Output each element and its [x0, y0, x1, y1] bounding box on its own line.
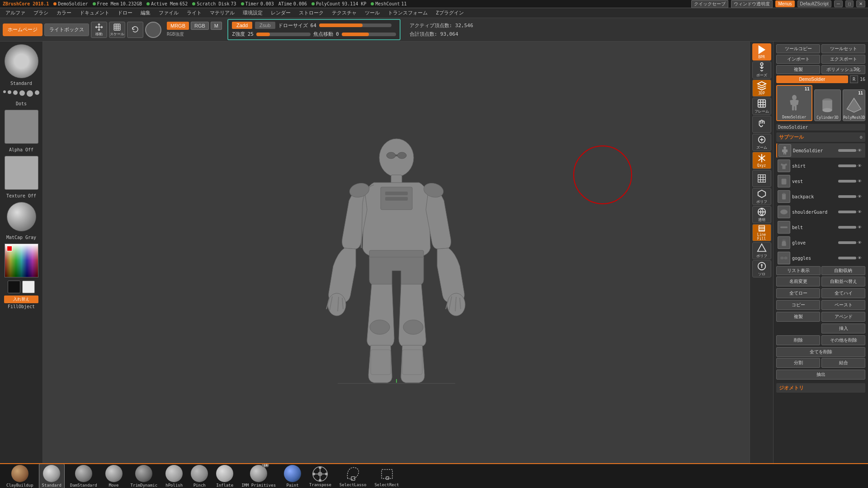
menu-color[interactable]: カラー [53, 9, 75, 17]
menus-btn[interactable]: Menus [775, 0, 794, 7]
home-button[interactable]: ホームページ [3, 23, 42, 36]
move-icon-btn[interactable]: 移動 [91, 22, 107, 38]
quick-save-btn[interactable]: クイックセーブ [691, 0, 728, 8]
shelf-selectlasso[interactable]: SelectLasso [337, 465, 369, 488]
shelf-trimdynamic[interactable]: TrimDynamic [128, 464, 160, 488]
rename-btn[interactable]: 名前変更 [776, 277, 820, 286]
shelf-claybuildup[interactable]: ClayBuildup [4, 464, 36, 488]
extract-btn[interactable]: 抽出 [776, 370, 865, 380]
linefill-btn[interactable]: Line Fill [752, 224, 771, 241]
clone-btn[interactable]: 複製 [776, 65, 820, 74]
delete-other-btn[interactable]: その他を削除 [821, 335, 865, 345]
menu-preferences[interactable]: 環境設定 [239, 9, 266, 17]
menu-edit[interactable]: 編集 [137, 9, 154, 17]
brush-preview[interactable] [5, 44, 38, 78]
menu-brush[interactable]: ブラシ [30, 9, 52, 17]
subtool-goggles[interactable]: goggles 👁 [776, 251, 865, 265]
cylinder3d-thumb[interactable]: Cylinder3D [814, 89, 841, 121]
symmetry-btn[interactable]: Qxyz [752, 152, 771, 169]
auto-save-btn[interactable]: 自動収納 [821, 266, 866, 275]
shelf-standard[interactable]: Standard [39, 464, 65, 488]
draw-size-slider[interactable] [319, 23, 392, 27]
delete-btn[interactable]: 削除 [776, 335, 820, 345]
bpr-btn[interactable]: BPR [752, 43, 771, 61]
allhigh-btn[interactable]: 全てハイ [821, 288, 865, 298]
eye-icon-vest[interactable]: 👁 [858, 179, 864, 183]
poly3d-btn[interactable]: ポリメッシュ3化 [821, 65, 865, 74]
list-view-btn[interactable]: リスト表示 [776, 266, 821, 275]
subtool-vest[interactable]: vest 👁 [776, 174, 865, 188]
swatch-white[interactable] [22, 281, 35, 293]
duplicate-btn[interactable]: 複製 [776, 312, 820, 322]
close-btn[interactable]: ✕ [856, 0, 865, 7]
menu-render[interactable]: レンダー [267, 9, 294, 17]
menu-light[interactable]: ライト [183, 9, 205, 17]
menu-tool[interactable]: ツール [361, 9, 383, 17]
orbit-btn[interactable] [145, 22, 161, 38]
r-btn[interactable]: R [850, 75, 858, 83]
subtool-glove[interactable]: glove 👁 [776, 235, 865, 250]
zsub-btn[interactable]: Zsub [255, 22, 275, 29]
menu-alpha[interactable]: アルファ [2, 9, 29, 17]
hand-btn[interactable] [752, 116, 771, 133]
color-picker[interactable] [5, 244, 38, 277]
copy-btn[interactable]: コピー [776, 300, 820, 310]
menu-draw[interactable]: ドロー [114, 9, 136, 17]
swatch-black[interactable] [8, 281, 20, 293]
menu-material[interactable]: マテリアル [206, 9, 238, 17]
pose-btn[interactable]: ポーズ [752, 61, 771, 79]
paste-btn[interactable]: ペースト [821, 300, 865, 310]
export-btn[interactable]: エクスポート [821, 55, 865, 64]
transform2-btn[interactable]: ズーム [752, 134, 771, 151]
import-btn[interactable]: インポート [776, 55, 820, 64]
menu-zplugin[interactable]: Zプラグイン [432, 9, 467, 17]
subtool-goggles-slider[interactable] [838, 257, 856, 259]
active-tool-btn[interactable]: DemoSoldier [776, 75, 848, 83]
rotate-icon-btn[interactable] [127, 22, 143, 38]
lightbox-button[interactable]: ライトボックス [44, 23, 89, 36]
texture-off-box[interactable] [5, 156, 38, 190]
shelf-imm[interactable]: 14 IMM Primitives [239, 464, 278, 488]
shelf-hpolish[interactable]: hPolish [163, 464, 185, 488]
subtool-belt-slider[interactable] [838, 226, 856, 229]
subtool-glove-slider[interactable] [838, 241, 856, 244]
subtool-belt[interactable]: belt 👁 [776, 220, 865, 235]
shelf-inflate[interactable]: Inflate [213, 464, 236, 488]
shelf-paint[interactable]: Paint [281, 464, 304, 488]
focal-shift-slider[interactable] [342, 33, 396, 36]
alpha-off-box[interactable] [5, 110, 38, 144]
m-btn[interactable]: M [211, 22, 222, 30]
subtool-demosoldier[interactable]: DemoSoldier 👁 [776, 143, 865, 158]
grid-btn[interactable] [752, 170, 771, 187]
shelf-pinch[interactable]: Pinch [188, 464, 211, 488]
shelf-selectrect[interactable]: SelectRect [372, 465, 401, 488]
swap-btn[interactable]: 入れ替え [4, 296, 38, 303]
toolcopy-btn[interactable]: ツールコピー [776, 44, 820, 53]
eye-icon-backpack[interactable]: 👁 [858, 194, 864, 199]
menu-transform[interactable]: トランスフォーム [384, 9, 431, 17]
matcap-sphere[interactable] [7, 202, 36, 231]
insert-btn[interactable]: 挿入 [821, 324, 865, 333]
minimize-btn[interactable]: ─ [834, 0, 843, 7]
window-transparent-btn[interactable]: ウィンドウ透明度 [731, 0, 773, 8]
scale-icon-btn[interactable]: スケール [109, 22, 125, 38]
delete-all-btn[interactable]: 全てを削除 [776, 347, 865, 357]
mrgb-btn[interactable]: MRGB [167, 22, 189, 30]
gear-icon[interactable]: ⚙ [860, 135, 863, 140]
3d-btn[interactable]: 3DP [752, 80, 771, 97]
maximize-btn[interactable]: □ [845, 0, 854, 7]
auto-sort-btn[interactable]: 自動並べ替え [821, 277, 865, 286]
shelf-move[interactable]: Move [103, 464, 125, 488]
split-btn[interactable]: 分割 [776, 358, 820, 368]
menu-document[interactable]: ドキュメント [76, 9, 113, 17]
append-btn[interactable]: アペンド [821, 312, 865, 322]
shelf-transpose[interactable]: Transpose [307, 465, 334, 488]
subtool-shirt[interactable]: shirt 👁 [776, 159, 865, 173]
eye-icon-demosoldier[interactable]: 👁 [858, 148, 864, 153]
subtool-vest-slider[interactable] [838, 180, 856, 183]
poly2-btn[interactable]: ポリフ [752, 242, 771, 259]
subtool-backpack[interactable]: backpack 👁 [776, 189, 865, 204]
menu-stroke[interactable]: ストローク [295, 9, 327, 17]
shelf-damstandard[interactable]: DamStandard [67, 464, 100, 488]
default-script-btn[interactable]: DefaultZScript [797, 0, 831, 7]
